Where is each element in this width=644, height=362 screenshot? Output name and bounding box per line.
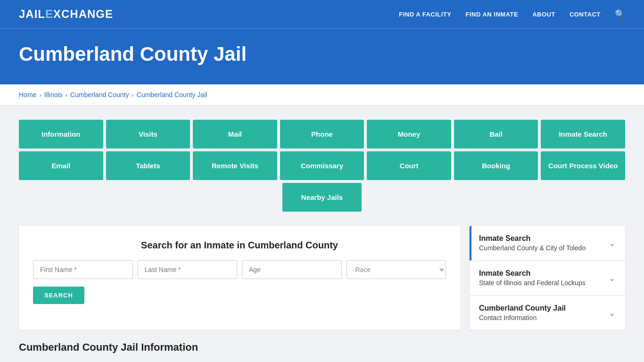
search-icon[interactable]: 🔍 — [615, 9, 625, 19]
logo[interactable]: JAILEXCHANGE — [19, 8, 113, 21]
age-input[interactable] — [242, 260, 342, 279]
main-content: Information Visits Mail Phone Money Bail… — [0, 106, 644, 362]
btn-remote-visits[interactable]: Remote Visits — [193, 151, 277, 180]
sidebar-card-label-3: Cumberland County Jail — [479, 304, 566, 313]
chevron-down-icon-1: ⌄ — [609, 238, 616, 248]
main-nav: FIND A FACILITY FIND AN INMATE ABOUT CON… — [399, 9, 625, 19]
chevron-down-icon-2: ⌄ — [609, 273, 616, 283]
grid-row-2: Email Tablets Remote Visits Commissary C… — [19, 151, 625, 180]
btn-court[interactable]: Court — [367, 151, 451, 180]
lower-section: Search for an Inmate in Cumberland Count… — [19, 226, 625, 330]
search-title: Search for an Inmate in Cumberland Count… — [33, 240, 446, 251]
breadcrumb-sep-2: › — [66, 91, 67, 99]
last-name-input[interactable] — [138, 260, 238, 279]
btn-phone[interactable]: Phone — [280, 120, 364, 148]
btn-money[interactable]: Money — [367, 120, 451, 148]
btn-court-process-video[interactable]: Court Process Video — [541, 151, 625, 180]
nav-about[interactable]: ABOUT — [532, 11, 555, 18]
sidebar-card-label-2: Inmate Search — [479, 269, 586, 278]
race-select[interactable]: Race White Black Hispanic Asian Other — [347, 260, 446, 279]
search-fields: Race White Black Hispanic Asian Other — [33, 260, 446, 279]
breadcrumb-home[interactable]: Home — [19, 91, 36, 99]
logo-jail: JAIL — [19, 8, 45, 20]
hero-section: Cumberland County Jail — [0, 28, 644, 84]
sidebar-card-label-1: Inmate Search — [479, 234, 586, 243]
sidebar-card-sub-3: Contact Information — [479, 314, 566, 321]
nav-find-facility[interactable]: FIND A FACILITY — [399, 11, 451, 18]
nav-contact[interactable]: CONTACT — [570, 11, 601, 18]
breadcrumb-bar: Home › Illinois › Cumberland County › Cu… — [0, 84, 644, 106]
btn-nearby-jails[interactable]: Nearby Jails — [282, 183, 362, 212]
search-card: Search for an Inmate in Cumberland Count… — [19, 226, 460, 330]
btn-booking[interactable]: Booking — [454, 151, 538, 180]
btn-tablets[interactable]: Tablets — [106, 151, 190, 180]
section-heading: Cumberland County Jail Information — [19, 341, 625, 354]
btn-inmate-search[interactable]: Inmate Search — [541, 120, 625, 148]
sidebar-card-sub-1: Cumberland County & City of Toledo — [479, 244, 586, 252]
breadcrumb-current: Cumberland County Jail — [137, 91, 207, 99]
logo-xchange: XCHANGE — [53, 8, 113, 20]
btn-bail[interactable]: Bail — [454, 120, 538, 148]
breadcrumb-cumberland-county[interactable]: Cumberland County — [70, 91, 129, 99]
grid-row-1: Information Visits Mail Phone Money Bail… — [19, 120, 625, 148]
grid-row-3: Nearby Jails — [19, 183, 625, 212]
btn-mail[interactable]: Mail — [193, 120, 277, 148]
search-button[interactable]: SEARCH — [33, 287, 84, 304]
breadcrumb-sep-3: › — [132, 91, 133, 99]
first-name-input[interactable] — [33, 260, 133, 279]
nav-find-inmate[interactable]: FIND AN INMATE — [465, 11, 518, 18]
logo-exchange: E — [45, 8, 53, 20]
btn-commissary[interactable]: Commissary — [280, 151, 364, 180]
sidebar-card-inmate-search-cumberland[interactable]: Inmate Search Cumberland County & City o… — [470, 226, 625, 261]
sidebar-cards: Inmate Search Cumberland County & City o… — [470, 226, 625, 330]
sidebar-card-sub-2: State of Illinois and Federal Lockups — [479, 279, 586, 287]
breadcrumb: Home › Illinois › Cumberland County › Cu… — [19, 91, 625, 99]
sidebar-card-inmate-search-illinois[interactable]: Inmate Search State of Illinois and Fede… — [470, 261, 625, 296]
btn-email[interactable]: Email — [19, 151, 103, 180]
btn-information[interactable]: Information — [19, 120, 103, 148]
chevron-down-icon-3: ⌄ — [609, 308, 616, 318]
breadcrumb-illinois[interactable]: Illinois — [44, 91, 63, 99]
header: JAILEXCHANGE FIND A FACILITY FIND AN INM… — [0, 0, 644, 28]
sidebar-card-contact-info[interactable]: Cumberland County Jail Contact Informati… — [470, 296, 625, 330]
page-title: Cumberland County Jail — [19, 43, 625, 66]
breadcrumb-sep-1: › — [39, 91, 41, 99]
btn-visits[interactable]: Visits — [106, 120, 190, 148]
